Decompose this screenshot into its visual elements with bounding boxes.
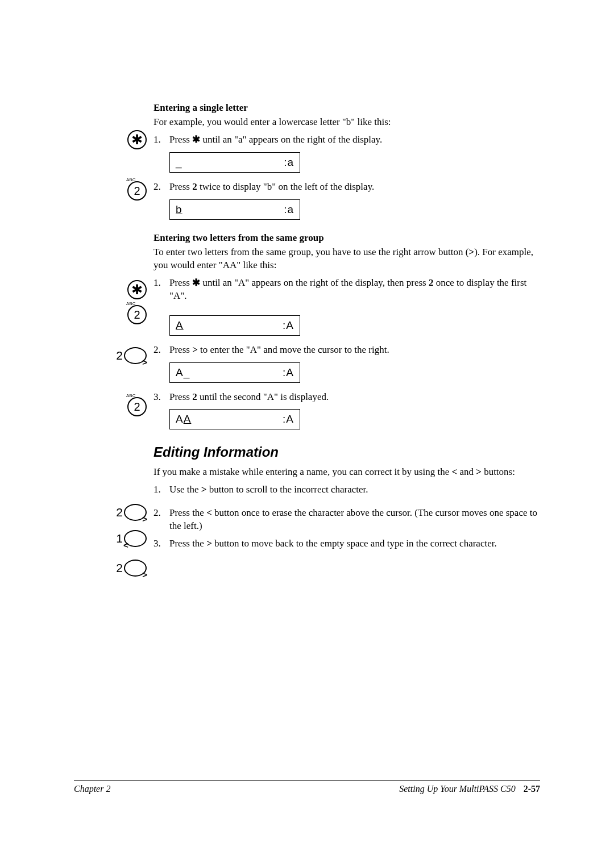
right-arrow-key-icon: 2 >	[101, 344, 147, 367]
footer-title: Setting Up Your MultiPASS C502-57	[399, 784, 540, 794]
lcd-display: A :A	[169, 315, 300, 336]
step: 1. Use the > button to scroll to the inc…	[154, 483, 540, 496]
subsection-heading: Entering a single letter	[154, 102, 540, 114]
intro-text: For example, you would enter a lowercase…	[154, 116, 540, 129]
step: 1. Press ✱ until an "a" appears on the r…	[154, 133, 540, 147]
intro-text: If you make a mistake while entering a n…	[154, 466, 540, 479]
step: 2. Press the < button once to erase the …	[154, 507, 540, 533]
left-arrow-key-icon: 1 <	[101, 527, 147, 550]
star-key-icon: ✱	[101, 128, 147, 151]
page-footer: Chapter 2 Setting Up Your MultiPASS C502…	[74, 780, 540, 794]
section-title: Editing Information	[154, 444, 540, 460]
right-arrow-key-icon: 2 >	[101, 557, 147, 579]
step: 3. Press the > button to move back to th…	[154, 537, 540, 550]
two-key-icon: ABC2	[101, 180, 147, 202]
lcd-display: _ :a	[169, 152, 300, 173]
right-arrow-key-icon: 2 >	[101, 501, 147, 524]
lcd-display: b :a	[169, 199, 300, 220]
subsection-heading: Entering two letters from the same group	[154, 232, 540, 244]
step: 2. Press 2 twice to display "b" on the l…	[154, 181, 540, 194]
step: 2. Press > to enter the "A" and move the…	[154, 344, 540, 357]
two-key-icon: ABC2	[101, 303, 147, 326]
lcd-display: A_ :A	[169, 362, 300, 383]
step: 1. Press ✱ until an "A" appears on the r…	[154, 277, 540, 303]
footer-chapter: Chapter 2	[74, 784, 110, 794]
lcd-display: AA :A	[169, 409, 300, 429]
two-key-icon: ABC2	[101, 395, 147, 418]
star-key-icon: ✱	[101, 278, 147, 301]
step: 3. Press 2 until the second "A" is displ…	[154, 391, 540, 404]
intro-text: To enter two letters from the same group…	[154, 246, 540, 272]
